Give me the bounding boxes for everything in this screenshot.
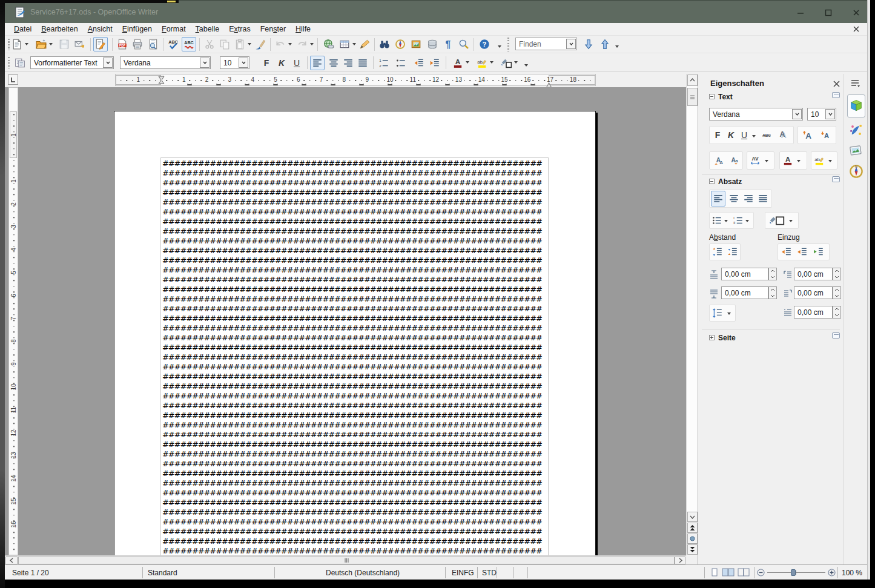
close-button[interactable] <box>842 1 870 24</box>
copy-button[interactable] <box>217 37 232 51</box>
numbered-list-button[interactable]: III <box>732 213 744 228</box>
page-preview-button[interactable] <box>146 37 160 51</box>
insert-table-button-dropdown-icon[interactable] <box>352 43 356 47</box>
increase-indent-button[interactable] <box>428 56 442 70</box>
text-section-header[interactable]: Text <box>718 93 733 101</box>
maximize-button[interactable] <box>814 1 842 24</box>
spacing-above-field[interactable]: 0,00 cm <box>721 268 768 280</box>
zoom-slider-track[interactable] <box>767 572 825 573</box>
help-button[interactable]: ? <box>477 37 492 51</box>
align-right-button[interactable] <box>341 56 355 70</box>
align-justified-button[interactable] <box>355 56 370 70</box>
numbered-list-dropdown-icon[interactable] <box>745 220 749 224</box>
underline-button[interactable]: U <box>738 128 750 142</box>
sidebar-font-size-combo[interactable]: 10 <box>807 108 836 121</box>
menu-item-format[interactable]: Format <box>157 23 191 35</box>
edit-mode-button[interactable] <box>93 37 108 51</box>
status-zoom-percent[interactable]: 100 % <box>842 569 862 577</box>
tab-properties[interactable] <box>847 94 865 117</box>
background-color-button[interactable] <box>499 56 513 70</box>
find-previous-button[interactable] <box>598 37 612 51</box>
italic-button[interactable]: K <box>274 56 289 70</box>
find-next-button[interactable] <box>581 37 596 51</box>
status-page-style[interactable]: Standard <box>148 569 177 577</box>
indent-before-field[interactable]: 0,00 cm <box>794 268 833 280</box>
underline-dropdown-icon[interactable] <box>752 135 756 139</box>
character-spacing-button[interactable]: AV <box>748 153 762 168</box>
save-button[interactable] <box>57 37 71 51</box>
scroll-right-button[interactable] <box>675 557 685 564</box>
collapse-paragraph-section-icon[interactable] <box>709 179 715 184</box>
sidebar-font-name-combo[interactable]: Verdana <box>709 108 803 121</box>
minimize-button[interactable] <box>787 1 814 24</box>
insert-table-button[interactable] <box>337 37 352 51</box>
align-center-button[interactable] <box>326 56 341 70</box>
decrease-indent-button[interactable] <box>412 56 426 70</box>
spacing-below-field[interactable]: 0,00 cm <box>721 286 768 299</box>
uppercase-button[interactable]: AA <box>711 153 725 168</box>
status-insert-mode[interactable]: EINFG <box>452 569 474 577</box>
highlight-color-button[interactable]: ab <box>813 153 826 168</box>
shadow-button[interactable]: AA <box>776 128 790 142</box>
toolbar-overflow-icon[interactable] <box>498 45 501 50</box>
font-color-button-dropdown-icon[interactable] <box>466 61 469 65</box>
cut-button[interactable] <box>202 37 217 51</box>
increase-indent-button[interactable] <box>779 245 794 259</box>
close-document-icon[interactable] <box>852 25 862 35</box>
scroll-left-button[interactable] <box>5 557 18 564</box>
menu-item-bearbeiten[interactable]: Bearbeiten <box>36 23 82 35</box>
highlight-color-button[interactable]: ab <box>475 56 489 70</box>
paste-button[interactable] <box>233 37 247 51</box>
formatting-marks-button[interactable]: ¶ <box>441 37 455 51</box>
font-name-combo[interactable]: Verdana <box>120 56 211 69</box>
open-button-dropdown-icon[interactable] <box>49 43 53 47</box>
find-replace-button[interactable] <box>377 37 392 51</box>
status-page-number[interactable]: Seite 1 / 20 <box>12 569 49 577</box>
multi-page-view-icon[interactable] <box>722 568 735 579</box>
font-size-combo[interactable]: 10 <box>220 56 249 69</box>
tab-styles[interactable] <box>848 121 864 139</box>
single-page-view-icon[interactable] <box>710 568 719 579</box>
paste-button-dropdown-icon[interactable] <box>248 43 251 47</box>
hanging-indent-button[interactable] <box>811 245 827 259</box>
left-indent-marker[interactable] <box>158 76 165 87</box>
email-button[interactable] <box>73 37 87 51</box>
text-dialog-launcher-icon[interactable] <box>832 92 840 98</box>
vertical-scroll-thumb[interactable] <box>687 88 698 106</box>
sidebar-menu-icon[interactable] <box>850 79 861 91</box>
next-page-button[interactable] <box>687 544 698 555</box>
collapse-text-section-icon[interactable] <box>709 94 715 99</box>
highlight-dropdown-icon[interactable] <box>828 160 832 164</box>
highlight-color-button-dropdown-icon[interactable] <box>490 61 494 65</box>
align-left-button[interactable] <box>711 191 725 206</box>
tab-stop-selector[interactable] <box>8 74 18 85</box>
menu-item-datei[interactable]: Datei <box>9 23 36 35</box>
toolbar-grip[interactable] <box>8 57 10 68</box>
export-pdf-button[interactable]: PDF <box>115 37 130 51</box>
paragraph-dialog-launcher-icon[interactable] <box>832 176 840 182</box>
document-text[interactable]: ########################################… <box>162 159 542 555</box>
find-combo[interactable]: Finden <box>515 38 577 50</box>
spacing-above-spinner[interactable] <box>768 268 777 280</box>
strikethrough-button[interactable]: ABC <box>759 128 774 142</box>
paragraph-style-combo[interactable]: Vorformatierter Text <box>30 56 114 69</box>
gallery-button[interactable] <box>409 37 423 51</box>
bold-button[interactable]: F <box>712 128 724 142</box>
indent-after-spinner[interactable] <box>833 286 841 299</box>
menu-item-fenster[interactable]: Fenster <box>256 23 291 35</box>
toolbar-overflow-icon[interactable] <box>524 64 528 68</box>
first-line-indent-field[interactable]: 0,00 cm <box>794 306 833 319</box>
character-spacing-dropdown-icon[interactable] <box>765 160 768 164</box>
draw-functions-button[interactable] <box>357 37 372 51</box>
redo-button-dropdown-icon[interactable] <box>310 43 314 47</box>
lowercase-button[interactable]: Aa <box>727 153 741 168</box>
paragraph-background-button[interactable] <box>767 213 787 228</box>
undo-button[interactable] <box>273 37 288 51</box>
decrease-paragraph-spacing-button[interactable] <box>725 245 740 259</box>
background-color-button-dropdown-icon[interactable] <box>514 61 518 65</box>
print-button[interactable] <box>130 37 145 51</box>
paragraph-section-header[interactable]: Absatz <box>718 177 742 186</box>
previous-page-button[interactable] <box>687 523 698 533</box>
menu-item-ansicht[interactable]: Ansicht <box>83 23 117 35</box>
indent-before-spinner[interactable] <box>833 268 841 280</box>
